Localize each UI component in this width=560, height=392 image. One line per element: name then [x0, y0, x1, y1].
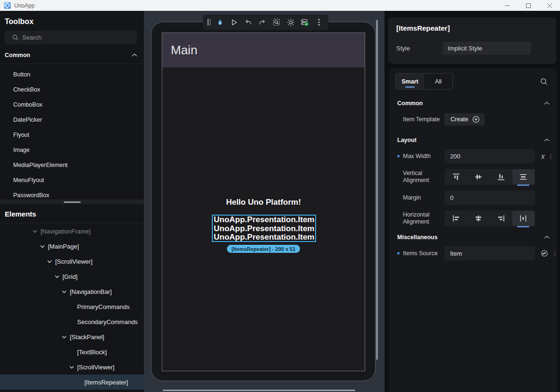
vertical-alignment-group	[444, 169, 535, 185]
section-miscellaneous[interactable]: Miscellaneous	[397, 234, 550, 241]
tree-row[interactable]: [MainPage]	[0, 239, 144, 254]
align-stretch-vertical-button[interactable]	[512, 169, 535, 184]
chevron-down-icon[interactable]	[39, 242, 46, 250]
tree-row[interactable]: SecondaryCommands	[0, 314, 144, 329]
tree-row[interactable]: PrimaryCommands	[0, 299, 144, 314]
repeater-item[interactable]: UnoApp.Presentation.Item	[213, 216, 315, 225]
margin-input[interactable]	[444, 191, 535, 205]
drag-handle-icon[interactable]	[206, 16, 212, 29]
chevron-down-icon[interactable]	[46, 258, 53, 265]
kebab-menu-icon[interactable]: ⋮	[552, 250, 558, 257]
align-stretch-horizontal-button[interactable]	[512, 211, 535, 226]
properties-panel: [ItemsRepeater] Style Smart All	[384, 11, 560, 392]
design-canvas[interactable]: Main Hello Uno Platform! UnoApp.Presenta…	[144, 11, 384, 392]
splitter-grip-icon	[64, 201, 81, 203]
toolbox-search[interactable]	[5, 31, 137, 44]
app-screen[interactable]: Main Hello Uno Platform! UnoApp.Presenta…	[162, 33, 365, 371]
toolbox-item[interactable]: Image	[0, 142, 144, 158]
style-input[interactable]	[443, 42, 531, 55]
expression-icon[interactable]: x	[541, 152, 544, 160]
item-template-row: Item Template Create	[395, 112, 552, 126]
selected-items-repeater[interactable]: UnoApp.Presentation.ItemUnoApp.Presentat…	[212, 215, 316, 242]
uno-logo-icon	[4, 2, 11, 9]
property-set-dot	[397, 155, 400, 158]
toolbox-panel: Toolbox Common ButtonCheckBoxComboBoxDat…	[0, 11, 144, 200]
create-template-button[interactable]: Create	[444, 113, 485, 125]
tree-row[interactable]: [ItemsRepeater]	[0, 375, 144, 390]
vertical-alignment-row: Vertical Alignment	[395, 169, 552, 185]
plus-circle-icon	[472, 116, 480, 123]
toolbox-item[interactable]: CheckBox	[0, 82, 144, 97]
align-left-button[interactable]	[445, 211, 468, 226]
chevron-up-icon[interactable]	[544, 235, 550, 239]
tree-node-label: [NavigationBar]	[70, 288, 112, 295]
minimize-button[interactable]	[496, 0, 518, 11]
left-panel: Toolbox Common ButtonCheckBoxComboBoxDat…	[0, 11, 144, 392]
chevron-down-icon[interactable]	[53, 273, 61, 280]
toolbox-item[interactable]: DatePicker	[0, 112, 144, 127]
tree-row[interactable]: [ScrollViewer]	[0, 254, 144, 269]
section-layout[interactable]: Layout	[397, 137, 550, 143]
kebab-menu-icon[interactable]: ⋮	[548, 153, 554, 159]
align-right-button[interactable]	[490, 211, 512, 226]
chevron-up-icon[interactable]	[544, 101, 550, 105]
align-bottom-button[interactable]	[490, 169, 512, 184]
toolbox-item[interactable]: Flyout	[0, 127, 144, 142]
align-center-vertical-button[interactable]	[468, 169, 490, 184]
items-source-input[interactable]	[444, 246, 535, 260]
repeater-item[interactable]: UnoApp.Presentation.Item	[213, 233, 315, 242]
chevron-down-icon[interactable]	[60, 288, 68, 295]
chevron-down-icon[interactable]	[68, 363, 75, 371]
tree-row[interactable]: [ScrollViewer]	[0, 359, 144, 375]
tree-node-label: [ScrollViewer]	[77, 364, 115, 371]
inspect-element-button[interactable]	[270, 16, 283, 29]
chevron-up-icon[interactable]	[544, 138, 550, 142]
section-common[interactable]: Common	[397, 100, 550, 107]
toolbox-item[interactable]: PasswordBox	[0, 188, 144, 200]
play-button[interactable]	[227, 16, 241, 29]
toolbox-section-common[interactable]: Common	[0, 46, 144, 64]
tab-smart[interactable]: Smart	[396, 74, 424, 89]
search-input[interactable]	[22, 34, 132, 41]
tree-node-label: [MainPage]	[48, 243, 79, 250]
redo-button[interactable]	[256, 16, 269, 29]
canvas-horizontal-scrollbar[interactable]	[163, 390, 355, 391]
tree-row[interactable]: [TextBlock]	[0, 344, 144, 359]
max-width-label: Max Width	[395, 153, 444, 160]
tree-row[interactable]: [Grid]	[0, 269, 144, 284]
binding-icon[interactable]	[541, 250, 548, 257]
chevron-up-icon[interactable]	[132, 53, 137, 57]
panel-splitter[interactable]	[0, 200, 144, 204]
maximize-button[interactable]	[518, 0, 539, 11]
navigation-bar[interactable]: Main	[162, 33, 365, 67]
hello-textblock[interactable]: Hello Uno Platform!	[162, 198, 365, 207]
align-center-horizontal-button[interactable]	[468, 211, 490, 226]
tab-all[interactable]: All	[424, 74, 452, 89]
properties-container: Smart All Common Item Template Crea	[389, 68, 557, 392]
chevron-down-icon[interactable]	[60, 333, 68, 341]
max-width-input[interactable]	[444, 149, 535, 163]
selection-size-badge: [ItemsRepeater] - 200 x 51	[162, 245, 365, 253]
horizontal-alignment-group	[444, 210, 535, 226]
canvas-vertical-scrollbar[interactable]	[376, 20, 378, 360]
close-button[interactable]	[539, 0, 560, 11]
connection-status-button[interactable]	[298, 16, 311, 29]
tree-row[interactable]: [NavigationBar]	[0, 284, 144, 299]
tree-row[interactable]: [NavigationFrame]	[0, 224, 144, 239]
hot-reload-flame-icon[interactable]	[213, 16, 226, 29]
more-menu-button[interactable]	[312, 16, 326, 29]
search-icon	[12, 34, 18, 41]
toolbox-item[interactable]: ComboBox	[0, 97, 144, 112]
tree-row[interactable]: [StackPanel]	[0, 329, 144, 344]
inspector-header-card: [ItemsRepeater] Style	[388, 17, 556, 64]
toolbox-item[interactable]: MediaPlayerElement	[0, 158, 144, 173]
theme-toggle-button[interactable]	[284, 16, 297, 29]
toolbox-item[interactable]: Button	[0, 67, 144, 82]
align-top-button[interactable]	[445, 169, 468, 184]
undo-button[interactable]	[242, 16, 255, 29]
chevron-down-icon[interactable]	[31, 227, 39, 235]
toolbox-title: Toolbox	[0, 11, 144, 31]
property-search-button[interactable]	[540, 78, 548, 85]
repeater-item[interactable]: UnoApp.Presentation.Item	[213, 225, 315, 234]
toolbox-item[interactable]: MenuFlyout	[0, 173, 144, 188]
